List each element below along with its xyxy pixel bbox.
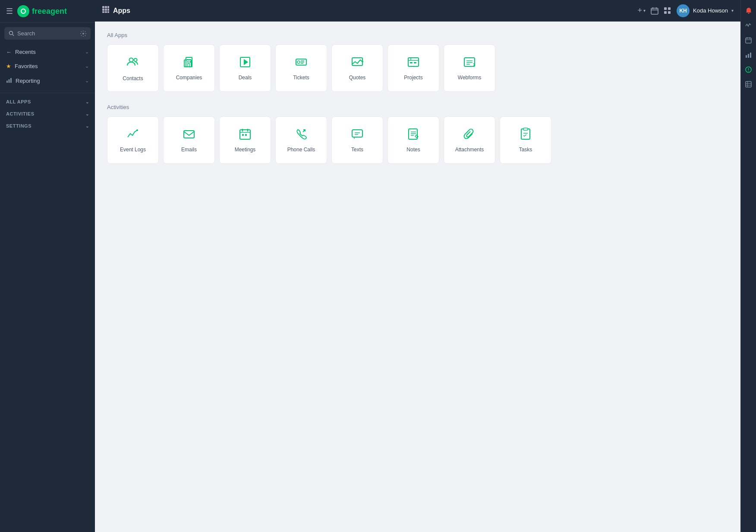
- app-card-event-logs[interactable]: Event Logs: [107, 116, 159, 164]
- sidebar-item-all-apps[interactable]: ALL APPS ⌄: [0, 95, 95, 107]
- svg-rect-7: [105, 6, 107, 8]
- svg-rect-44: [410, 62, 413, 63]
- right-table-icon[interactable]: [742, 78, 755, 91]
- logo-text: freeagent: [32, 7, 67, 16]
- right-calendar-icon[interactable]: [742, 34, 755, 47]
- activities-section-label: Activities: [107, 104, 728, 110]
- tasks-label: Tasks: [519, 147, 532, 153]
- gear-icon[interactable]: [80, 31, 86, 37]
- app-card-quotes[interactable]: Quotes: [331, 44, 383, 92]
- svg-rect-67: [523, 128, 528, 130]
- svg-point-2: [82, 33, 84, 34]
- svg-point-40: [362, 61, 363, 63]
- svg-rect-79: [746, 81, 751, 87]
- logo-icon: [17, 5, 29, 17]
- app-card-meetings[interactable]: Meetings: [219, 116, 271, 164]
- sidebar-item-settings[interactable]: SETTINGS ⌄: [0, 119, 95, 131]
- topbar-right: + ▾ KH Koda Howson ▾: [638, 4, 734, 17]
- right-warning-icon[interactable]: [742, 63, 755, 76]
- recents-chevron: ⌄: [85, 49, 89, 55]
- svg-line-1: [13, 34, 14, 36]
- svg-rect-13: [105, 11, 107, 13]
- right-activity-icon[interactable]: [742, 19, 755, 32]
- svg-rect-19: [664, 7, 667, 10]
- app-card-webforms[interactable]: Webforms: [444, 44, 495, 92]
- svg-rect-41: [408, 58, 419, 66]
- tickets-icon: [295, 56, 308, 70]
- sidebar-item-recents[interactable]: ← Recents ⌄: [0, 45, 95, 59]
- activities-chevron: ⌄: [85, 112, 89, 116]
- all-apps-chevron: ⌄: [85, 100, 89, 104]
- svg-rect-27: [188, 63, 189, 67]
- topbar: Apps + ▾ KH: [95, 0, 740, 22]
- reporting-icon: [6, 77, 12, 84]
- phone-calls-icon: [295, 128, 308, 142]
- app-card-phone-calls[interactable]: Phone Calls: [275, 116, 327, 164]
- right-chart-icon[interactable]: [742, 48, 755, 61]
- webforms-label: Webforms: [458, 75, 481, 81]
- emails-icon: [183, 128, 195, 142]
- settings-label: SETTINGS: [6, 123, 32, 128]
- deals-label: Deals: [239, 75, 252, 81]
- grid-button[interactable]: [664, 7, 671, 15]
- user-area[interactable]: KH Koda Howson ▾: [677, 4, 734, 17]
- app-card-companies[interactable]: Companies: [163, 44, 215, 92]
- svg-rect-31: [189, 61, 191, 63]
- user-name: Koda Howson: [693, 7, 728, 14]
- svg-rect-29: [189, 59, 191, 60]
- svg-point-78: [748, 71, 749, 72]
- svg-rect-5: [10, 78, 12, 83]
- right-panel: [740, 0, 756, 532]
- search-box[interactable]: Search: [4, 27, 91, 40]
- svg-rect-14: [107, 11, 109, 13]
- app-card-texts[interactable]: Texts: [331, 116, 383, 164]
- app-card-deals[interactable]: Deals: [219, 44, 271, 92]
- app-card-notes[interactable]: Notes: [387, 116, 439, 164]
- recents-label: Recents: [15, 49, 36, 55]
- app-card-tickets[interactable]: Tickets: [275, 44, 327, 92]
- app-card-contacts[interactable]: Contacts: [107, 44, 159, 92]
- all-apps-label: ALL APPS: [6, 99, 31, 104]
- notification-icon[interactable]: [742, 4, 755, 17]
- svg-rect-10: [105, 9, 107, 11]
- nav-section-main: ← Recents ⌄ ★ Favorites ⌄ Reporting ⌄: [0, 42, 95, 91]
- svg-rect-11: [107, 9, 109, 11]
- app-card-emails[interactable]: Emails: [163, 116, 215, 164]
- svg-rect-6: [102, 6, 104, 8]
- activities-grid: Event Logs Emails: [107, 116, 728, 164]
- calendar-button[interactable]: [651, 7, 658, 15]
- app-card-tasks[interactable]: Tasks: [500, 116, 551, 164]
- all-apps-grid: Contacts Companies: [107, 44, 728, 92]
- attachments-icon: [463, 128, 476, 142]
- add-button[interactable]: + ▾: [638, 6, 646, 15]
- sidebar: ☰ freeagent Search ← Recents ⌄ ★: [0, 0, 95, 532]
- texts-icon: [351, 128, 364, 142]
- quotes-icon: [351, 56, 364, 70]
- emails-label: Emails: [181, 147, 197, 153]
- event-logs-icon: [126, 128, 139, 142]
- apps-grid-icon[interactable]: [102, 6, 110, 16]
- svg-rect-69: [746, 38, 751, 43]
- sidebar-item-activities[interactable]: ACTIVITIES ⌄: [0, 107, 95, 119]
- phone-calls-label: Phone Calls: [287, 147, 315, 153]
- svg-rect-62: [409, 129, 417, 139]
- svg-rect-9: [102, 9, 104, 11]
- contacts-label: Contacts: [123, 75, 143, 81]
- svg-rect-28: [187, 59, 189, 60]
- svg-rect-57: [245, 134, 247, 136]
- main-area: Apps + ▾ KH: [95, 0, 740, 532]
- settings-chevron: ⌄: [85, 124, 89, 128]
- sidebar-item-favorites[interactable]: ★ Favorites ⌄: [0, 59, 95, 73]
- svg-point-23: [129, 58, 133, 62]
- tasks-icon: [519, 128, 532, 142]
- svg-rect-59: [352, 130, 362, 137]
- projects-icon: [407, 56, 420, 70]
- user-chevron-icon: ▾: [731, 8, 734, 13]
- sidebar-item-reporting[interactable]: Reporting ⌄: [0, 73, 95, 88]
- activities-label: ACTIVITIES: [6, 111, 35, 116]
- logo-container: freeagent: [17, 5, 67, 17]
- app-card-projects[interactable]: Projects: [387, 44, 439, 92]
- svg-rect-21: [664, 11, 667, 14]
- hamburger-icon[interactable]: ☰: [6, 6, 13, 16]
- app-card-attachments[interactable]: Attachments: [444, 116, 495, 164]
